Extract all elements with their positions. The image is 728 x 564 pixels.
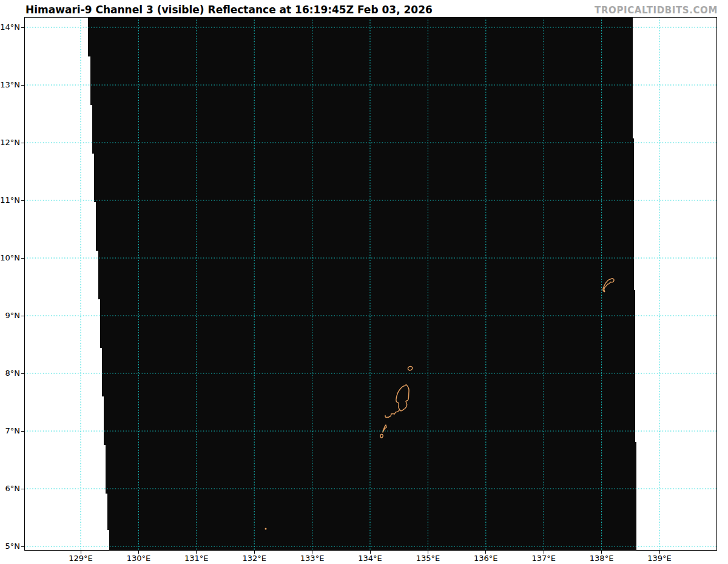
- satellite-image-page: Himawari-9 Channel 3 (visible) Reflectan…: [0, 0, 728, 564]
- y-axis-label-11n: 11°N: [0, 195, 20, 206]
- x-axis-label-133e: 133°E: [291, 553, 334, 564]
- y-axis-tick-14n: [21, 27, 24, 28]
- y-axis-label-12n: 12°N: [0, 137, 20, 148]
- y-axis-label-7n: 7°N: [0, 426, 20, 437]
- y-axis-tick-13n: [21, 85, 24, 86]
- satellite-data-swath: [88, 18, 636, 550]
- x-axis-label-135e: 135°E: [406, 553, 449, 564]
- y-axis-label-10n: 10°N: [0, 253, 20, 263]
- y-axis-label-13n: 13°N: [0, 80, 20, 90]
- y-axis-tick-5n: [21, 546, 24, 547]
- map-plot-area: [24, 17, 717, 551]
- y-axis-tick-6n: [21, 489, 24, 489]
- x-axis-label-129e: 129°E: [59, 553, 102, 564]
- y-axis-tick-10n: [21, 258, 24, 259]
- x-axis-label-132e: 132°E: [233, 553, 275, 564]
- y-axis-label-5n: 5°N: [0, 541, 20, 552]
- y-axis-label-14n: 14°N: [0, 22, 20, 33]
- y-axis-tick-8n: [21, 373, 24, 374]
- y-axis-label-6n: 6°N: [0, 483, 20, 494]
- y-axis-tick-12n: [21, 143, 24, 143]
- x-axis-label-131e: 131°E: [175, 553, 218, 564]
- plot-title: Himawari-9 Channel 3 (visible) Reflectan…: [25, 4, 433, 16]
- x-axis-label-139e: 139°E: [638, 553, 681, 564]
- y-axis-label-8n: 8°N: [0, 368, 20, 379]
- satellite-map-svg: [24, 17, 717, 551]
- y-axis-tick-9n: [21, 316, 24, 316]
- x-axis-label-138e: 138°E: [581, 553, 623, 564]
- watermark-text: TROPICALTIDBITS.COM: [595, 5, 718, 16]
- coastline-tiny-islet-dot: [265, 528, 267, 530]
- x-axis-label-137e: 137°E: [522, 553, 565, 564]
- y-axis-label-9n: 9°N: [0, 310, 20, 321]
- x-axis-label-134e: 134°E: [349, 553, 391, 564]
- x-axis-label-130e: 130°E: [117, 553, 160, 564]
- x-axis-label-136e: 136°E: [465, 553, 507, 564]
- y-axis-tick-7n: [21, 431, 24, 432]
- y-axis-tick-11n: [21, 200, 24, 201]
